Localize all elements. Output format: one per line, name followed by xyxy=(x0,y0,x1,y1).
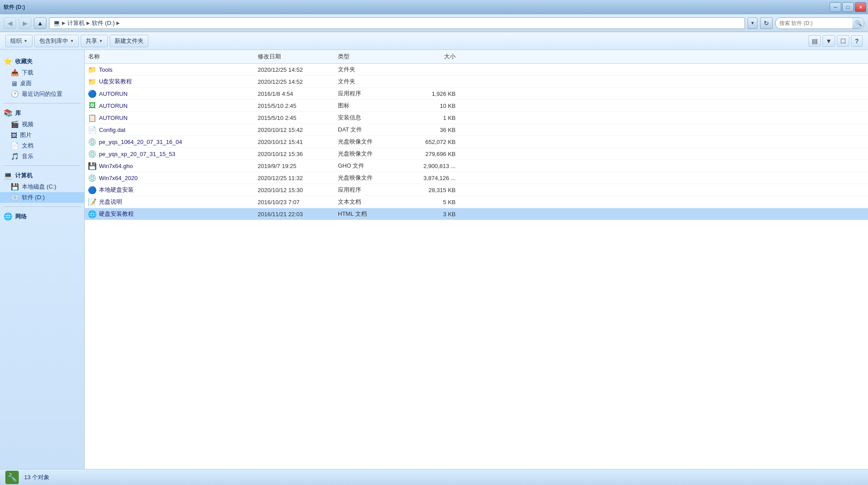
table-row[interactable]: 🖼 AUTORUN 2015/5/10 2:45 图标 10 KB xyxy=(85,100,868,112)
sidebar-item-music[interactable]: 🎵 音乐 xyxy=(0,151,84,162)
sidebar-item-recent[interactable]: 🕐 最近访问的位置 xyxy=(0,89,84,99)
file-size-cell: 36 KB xyxy=(406,126,459,134)
file-name: pe_yqs_xp_20_07_31_15_53 xyxy=(99,151,175,157)
address-dropdown[interactable]: ▼ xyxy=(748,17,757,29)
col-header-date[interactable]: 修改日期 xyxy=(254,52,334,62)
col-header-name[interactable]: 名称 xyxy=(85,52,254,62)
file-name-cell: 🖼 AUTORUN xyxy=(85,101,254,111)
search-input[interactable] xyxy=(776,20,852,26)
file-name-cell: 📁 U盘安装教程 xyxy=(85,77,254,86)
toolbar: 组织 ▼ 包含到库中 ▼ 共享 ▼ 新建文件夹 ▤ ▼ ☐ ? xyxy=(0,32,868,50)
file-icon: 💿 xyxy=(88,174,96,182)
table-row[interactable]: 📄 Config.dat 2020/10/12 15:42 DAT 文件 36 … xyxy=(85,124,868,136)
file-date-cell: 2020/12/25 14:52 xyxy=(254,78,334,86)
table-row[interactable]: 📁 U盘安装教程 2020/12/25 14:52 文件夹 xyxy=(85,76,868,88)
file-type-cell: GHO 文件 xyxy=(334,161,406,171)
music-icon: 🎵 xyxy=(11,152,19,160)
file-size-cell: 5 KB xyxy=(406,198,459,206)
sidebar-item-documents[interactable]: 📄 文档 xyxy=(0,140,84,151)
file-icon: 📝 xyxy=(88,198,96,206)
table-row[interactable]: 💿 Win7x64_2020 2020/12/25 11:32 光盘映像文件 3… xyxy=(85,172,868,184)
search-button[interactable]: 🔍 xyxy=(852,17,864,29)
recent-icon: 🕐 xyxy=(11,90,19,98)
file-icon: 💿 xyxy=(88,150,96,158)
table-row[interactable]: 📁 Tools 2020/12/25 14:52 文件夹 xyxy=(85,64,868,76)
main-content: ⭐ 收藏夹 📥 下载 🖥 桌面 🕐 最近访问的位置 📚 库 xyxy=(0,50,868,469)
pictures-icon: 🖼 xyxy=(11,132,17,139)
close-button[interactable]: ✕ xyxy=(855,2,866,12)
col-header-size[interactable]: 大小 xyxy=(406,52,459,62)
library-button[interactable]: 包含到库中 ▼ xyxy=(34,35,79,47)
back-button[interactable]: ◀ xyxy=(4,17,16,29)
file-name-cell: 🔵 AUTORUN xyxy=(85,89,254,99)
view-toggle-button[interactable]: ▤ xyxy=(808,35,821,47)
share-button[interactable]: 共享 ▼ xyxy=(81,35,108,47)
maximize-button[interactable]: □ xyxy=(842,2,854,12)
window-controls: ─ □ ✕ xyxy=(830,2,866,12)
file-icon: 🔵 xyxy=(88,90,96,98)
path-arrow-2: ▶ xyxy=(86,21,90,25)
file-size-cell: 3,874,126 ... xyxy=(406,174,459,182)
table-row[interactable]: 💿 pe_yqs_xp_20_07_31_15_53 2020/10/12 15… xyxy=(85,148,868,160)
file-size-cell: 2,900,813 ... xyxy=(406,162,459,170)
forward-button[interactable]: ▶ xyxy=(19,17,31,29)
sidebar-header-computer[interactable]: 💻 计算机 xyxy=(0,169,84,181)
file-icon: 🔵 xyxy=(88,186,96,194)
file-list: 名称 修改日期 类型 大小 📁 Tools 2020/12/25 14:52 文… xyxy=(85,50,868,469)
table-row[interactable]: 📝 光盘说明 2016/10/23 7:07 文本文档 5 KB xyxy=(85,196,868,208)
table-row[interactable]: 📋 AUTORUN 2015/5/10 2:45 安装信息 1 KB xyxy=(85,112,868,124)
file-date-cell: 2020/12/25 11:32 xyxy=(254,174,334,182)
sidebar-header-library[interactable]: 📚 库 xyxy=(0,107,84,119)
sidebar-item-video[interactable]: 🎬 视频 xyxy=(0,119,84,130)
table-row[interactable]: 🌐 硬盘安装教程 2016/11/21 22:03 HTML 文档 3 KB xyxy=(85,208,868,220)
minimize-button[interactable]: ─ xyxy=(830,2,841,12)
table-row[interactable]: 🔵 本地硬盘安装 2020/10/12 15:30 应用程序 28,315 KB xyxy=(85,184,868,196)
col-header-type[interactable]: 类型 xyxy=(334,52,406,62)
view-dropdown-button[interactable]: ▼ xyxy=(823,35,835,47)
sidebar-divider-3 xyxy=(4,206,81,207)
file-name: AUTORUN xyxy=(99,103,128,109)
address-path[interactable]: 💻 ▶ 计算机 ▶ 软件 (D:) ▶ xyxy=(49,17,745,29)
file-type-cell: HTML 文档 xyxy=(334,209,406,219)
file-icon: 📁 xyxy=(88,78,96,86)
file-type-cell: 文本文档 xyxy=(334,197,406,207)
help-button[interactable]: ? xyxy=(851,35,863,47)
search-bar: 🔍 xyxy=(775,17,864,29)
up-button[interactable]: ▲ xyxy=(34,17,46,29)
toolbar-right: ▤ ▼ ☐ ? xyxy=(808,35,863,47)
sidebar-item-pictures[interactable]: 🖼 图片 xyxy=(0,130,84,140)
path-part-drive: 软件 (D:) xyxy=(92,19,115,27)
file-date-cell: 2020/10/12 15:36 xyxy=(254,150,334,158)
file-date-cell: 2016/10/23 7:07 xyxy=(254,198,334,206)
file-type-cell: 文件夹 xyxy=(334,65,406,74)
file-name-cell: 💿 pe_yqs_1064_20_07_31_16_04 xyxy=(85,137,254,147)
table-row[interactable]: 🔵 AUTORUN 2016/1/8 4:54 应用程序 1,926 KB xyxy=(85,88,868,100)
sidebar-item-cdrive[interactable]: 💾 本地磁盘 (C:) xyxy=(0,181,84,192)
library-section-icon: 📚 xyxy=(4,109,12,117)
documents-icon: 📄 xyxy=(11,142,19,150)
file-icon: 🌐 xyxy=(88,210,96,218)
file-date-cell: 2019/9/7 19:25 xyxy=(254,162,334,170)
file-size-cell: 1 KB xyxy=(406,114,459,122)
computer-section-icon: 💻 xyxy=(4,171,12,180)
preview-button[interactable]: ☐ xyxy=(837,35,849,47)
sidebar-header-network[interactable]: 🌐 网络 xyxy=(0,210,84,222)
table-row[interactable]: 💾 Win7x64.gho 2019/9/7 19:25 GHO 文件 2,90… xyxy=(85,160,868,172)
organize-arrow: ▼ xyxy=(24,39,28,43)
video-icon: 🎬 xyxy=(11,120,19,128)
sidebar-item-ddrive[interactable]: 💿 软件 (D:) xyxy=(0,192,84,203)
file-type-cell: 应用程序 xyxy=(334,185,406,195)
organize-button[interactable]: 组织 ▼ xyxy=(5,35,33,47)
library-arrow: ▼ xyxy=(70,39,74,43)
refresh-button[interactable]: ↻ xyxy=(760,17,773,29)
file-date-cell: 2020/10/12 15:30 xyxy=(254,186,334,194)
sidebar-item-downloads[interactable]: 📥 下载 xyxy=(0,67,84,78)
file-name-cell: 📝 光盘说明 xyxy=(85,197,254,207)
table-row[interactable]: 💿 pe_yqs_1064_20_07_31_16_04 2020/10/12 … xyxy=(85,136,868,148)
newfolder-button[interactable]: 新建文件夹 xyxy=(110,35,148,47)
address-bar: ◀ ▶ ▲ 💻 ▶ 计算机 ▶ 软件 (D:) ▶ ▼ ↻ 🔍 xyxy=(0,14,868,32)
sidebar-item-desktop[interactable]: 🖥 桌面 xyxy=(0,78,84,89)
file-icon: 📁 xyxy=(88,66,96,74)
sidebar-header-favorites[interactable]: ⭐ 收藏夹 xyxy=(0,55,84,67)
file-name: 光盘说明 xyxy=(99,198,122,206)
